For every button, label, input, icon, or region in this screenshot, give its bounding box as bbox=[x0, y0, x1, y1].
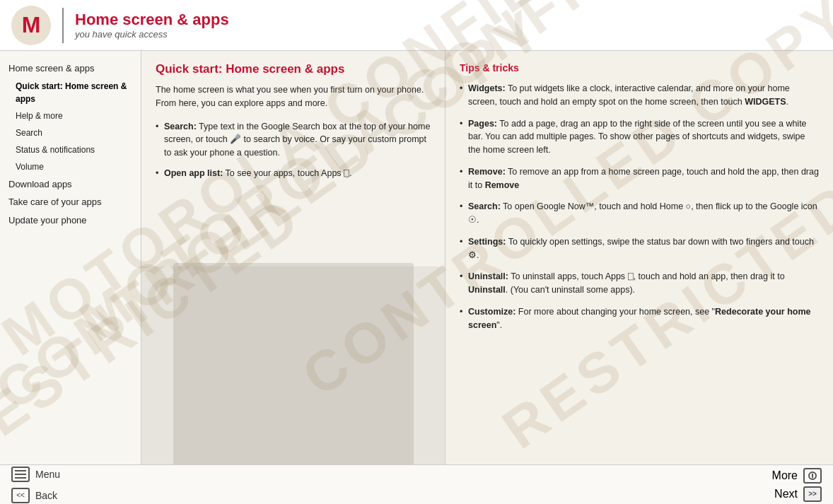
sidebar-item-update-phone[interactable]: Update your phone bbox=[6, 211, 135, 230]
tip-customize-label: Customize: bbox=[468, 307, 515, 317]
bullet-search-text: Type text in the Google Search box at th… bbox=[164, 122, 430, 158]
tips-list: Widgets: To put widgets like a clock, in… bbox=[460, 82, 819, 332]
tip-remove-text: To remove an app from a home screen page… bbox=[468, 167, 819, 190]
back-label: Back bbox=[35, 490, 57, 501]
sidebar-item-quick-start[interactable]: Quick start: Home screen & apps bbox=[6, 78, 135, 107]
more-label: More bbox=[772, 469, 798, 482]
logo-letter: M bbox=[22, 12, 41, 38]
bullet-open-app: Open app list: To see your apps, touch A… bbox=[156, 167, 431, 180]
middle-title: Quick start: Home screen & apps bbox=[156, 62, 431, 76]
next-button[interactable]: >> bbox=[803, 486, 822, 502]
tip-widgets-label: Widgets: bbox=[468, 83, 506, 93]
header-divider bbox=[62, 8, 64, 43]
back-icon: << bbox=[11, 488, 30, 503]
next-icon-text: >> bbox=[808, 490, 817, 498]
bullet-open-app-label: Open app list: bbox=[164, 168, 223, 178]
tip-remove: Remove: To remove an app from a home scr… bbox=[460, 165, 819, 192]
header: M Home screen & apps you have quick acce… bbox=[0, 0, 833, 51]
middle-panel: Quick start: Home screen & apps The home… bbox=[141, 51, 445, 464]
more-button-row: More bbox=[772, 468, 822, 484]
more-icon[interactable] bbox=[803, 468, 822, 484]
tips-title: Tips & tricks bbox=[460, 62, 819, 74]
sidebar-item-volume[interactable]: Volume bbox=[6, 158, 135, 175]
motorola-logo: M bbox=[11, 6, 51, 45]
tip-remove-label: Remove: bbox=[468, 167, 506, 177]
sidebar-item-help-more[interactable]: Help & more bbox=[6, 107, 135, 124]
menu-label: Menu bbox=[35, 469, 60, 480]
tip-settings-text: To quickly open settings, swipe the stat… bbox=[468, 237, 814, 260]
phone-image bbox=[173, 263, 414, 464]
next-button-row: Next >> bbox=[774, 486, 822, 502]
sidebar: Home screen & apps Quick start: Home scr… bbox=[0, 51, 141, 464]
header-title-block: Home screen & apps you have quick access bbox=[75, 11, 229, 40]
tip-search: Search: To open Google Now™, touch and h… bbox=[460, 200, 819, 227]
middle-content: Quick start: Home screen & apps The home… bbox=[141, 51, 445, 266]
bullet-search: Search: Type text in the Google Search b… bbox=[156, 120, 431, 160]
sidebar-item-home-screen-apps[interactable]: Home screen & apps bbox=[6, 59, 135, 78]
tip-uninstall-label: Uninstall: bbox=[468, 271, 508, 281]
menu-button[interactable]: Menu bbox=[11, 465, 153, 484]
bullet-open-app-text: To see your apps, touch Apps ⎕. bbox=[226, 168, 352, 178]
tip-customize: Customize: For more about changing your … bbox=[460, 305, 819, 332]
middle-bullets-list: Search: Type text in the Google Search b… bbox=[156, 120, 431, 180]
phone-image-container bbox=[141, 266, 445, 464]
tip-settings-label: Settings: bbox=[468, 237, 506, 247]
tip-pages-text: To add a page, drag an app to the right … bbox=[468, 119, 807, 156]
tip-uninstall-text: To uninstall apps, touch Apps ⎕, touch a… bbox=[468, 271, 785, 295]
right-panel: Tips & tricks Widgets: To put widgets li… bbox=[445, 51, 833, 464]
footer-right: More Next >> bbox=[772, 468, 822, 502]
tip-search-label: Search: bbox=[468, 201, 501, 211]
menu-icon bbox=[11, 467, 30, 482]
sidebar-item-status-notifications[interactable]: Status & notifications bbox=[6, 141, 135, 158]
back-button[interactable]: << Back bbox=[11, 486, 153, 505]
tip-customize-text: For more about changing your home screen… bbox=[468, 307, 811, 330]
tip-settings: Settings: To quickly open settings, swip… bbox=[460, 235, 819, 262]
content-area: Home screen & apps Quick start: Home scr… bbox=[0, 51, 833, 464]
page-title: Home screen & apps bbox=[75, 11, 229, 29]
tip-pages: Pages: To add a page, drag an app to the… bbox=[460, 117, 819, 157]
svg-rect-0 bbox=[15, 470, 26, 471]
tip-search-text: To open Google Now™, touch and hold Home… bbox=[468, 201, 817, 225]
page-subtitle: you have quick access bbox=[75, 29, 229, 40]
bullet-search-label: Search: bbox=[164, 122, 197, 131]
tip-pages-label: Pages: bbox=[468, 119, 497, 129]
svg-rect-1 bbox=[15, 474, 26, 475]
middle-intro: The home screen is what you see when you… bbox=[156, 83, 431, 110]
next-label: Next bbox=[774, 488, 798, 500]
sidebar-item-take-care[interactable]: Take care of your apps bbox=[6, 193, 135, 211]
sidebar-item-download-apps[interactable]: Download apps bbox=[6, 175, 135, 194]
tip-widgets-text: To put widgets like a clock, interactive… bbox=[468, 83, 790, 107]
sidebar-item-search[interactable]: Search bbox=[6, 124, 135, 141]
back-icon-text: << bbox=[16, 491, 25, 499]
svg-rect-2 bbox=[15, 477, 26, 479]
tip-widgets: Widgets: To put widgets like a clock, in… bbox=[460, 82, 819, 109]
tip-uninstall: Uninstall: To uninstall apps, touch Apps… bbox=[460, 270, 819, 297]
footer-left: Menu << Back bbox=[11, 465, 153, 505]
footer: Menu << Back More Next >> bbox=[0, 464, 833, 504]
